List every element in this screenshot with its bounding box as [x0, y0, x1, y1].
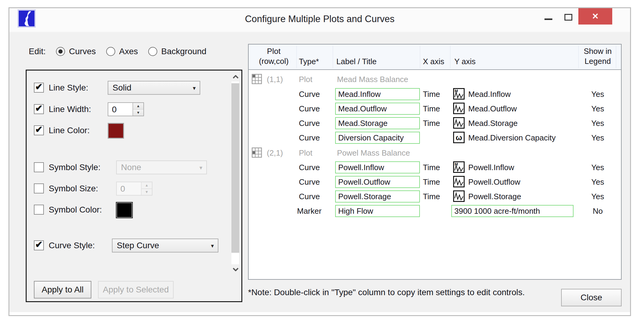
curve-label-field[interactable]: Powell.Outflow	[335, 176, 420, 188]
apply-to-selected-label: Apply to Selected	[103, 285, 169, 295]
legend-cell[interactable]: Yes	[581, 189, 615, 204]
maximize-button[interactable]	[559, 8, 577, 25]
legend-cell[interactable]: Yes	[581, 101, 615, 116]
symbol-style-combo: None ▼	[116, 160, 207, 174]
symbol-style-checkbox[interactable]	[34, 162, 44, 172]
table-row[interactable]: Curve Diversion Capacity ω Mead.Diversio…	[249, 130, 621, 145]
minimize-button[interactable]	[539, 8, 557, 25]
table-row[interactable]: Curve Mead.Storage Time Mead.Storage Yes	[249, 116, 621, 130]
curve-label-field[interactable]: Powell.Storage	[335, 190, 420, 203]
radio-curves-label[interactable]: Curves	[69, 47, 96, 56]
line-style-row: Line Style: Solid ▼	[34, 80, 221, 96]
table-row[interactable]: Marker High Flow 3900 1000 acre-ft/month…	[249, 204, 621, 218]
table-row[interactable]: Curve Mead.Outflow Time Mead.Outflow Yes	[249, 101, 621, 116]
close-button[interactable]: Close	[561, 289, 622, 306]
line-style-checkbox[interactable]	[34, 83, 44, 93]
curve-label-field[interactable]: Mead.Inflow	[335, 88, 420, 100]
curve-style-checkbox[interactable]	[34, 240, 44, 250]
row-type-cell[interactable]: Curve	[299, 189, 320, 204]
row-type-cell[interactable]: Curve	[299, 116, 320, 130]
apply-to-all-label: Apply to All	[42, 285, 84, 295]
row-type-cell[interactable]: Curve	[299, 130, 320, 145]
line-style-combo[interactable]: Solid ▼	[108, 81, 200, 95]
row-type-cell[interactable]: Curve	[299, 160, 320, 175]
line-width-spinner[interactable]: 0 ▲ ▼	[108, 102, 144, 116]
plot-title: Powel Mass Balance	[337, 146, 410, 160]
row-type-cell[interactable]: Curve	[299, 101, 320, 116]
minimize-icon	[544, 18, 552, 20]
curve-label-field[interactable]: Powell.Inflow	[335, 161, 420, 173]
symbol-color-swatch[interactable]	[116, 202, 132, 218]
line-color-checkbox[interactable]	[34, 125, 44, 135]
chevron-down-icon: ▼	[192, 86, 197, 91]
curve-label-field[interactable]: Mead.Outflow	[335, 103, 420, 115]
x-axis-cell: Time	[423, 175, 440, 189]
series-slot-icon	[453, 176, 465, 187]
y-axis-cell: Powell.Outflow	[468, 175, 520, 189]
radio-curves[interactable]: Curves	[56, 47, 96, 56]
table-row[interactable]: (2,1) Plot Powel Mass Balance	[249, 146, 621, 160]
legend-cell[interactable]: Yes	[581, 175, 615, 189]
curve-label-field[interactable]: Mead.Storage	[335, 117, 420, 129]
line-width-checkbox[interactable]	[34, 104, 44, 114]
table-row[interactable]: (1,1) Plot Mead Mass Balance	[249, 72, 621, 87]
edit-label: Edit:	[29, 47, 46, 56]
table-row[interactable]: Curve Powell.Outflow Time Powell.Outflow…	[249, 175, 621, 189]
apply-to-all-button[interactable]: Apply to All	[34, 281, 91, 298]
legend-cell[interactable]: Yes	[581, 130, 615, 145]
row-type-cell[interactable]: Marker	[297, 204, 322, 218]
apply-to-selected-button: Apply to Selected	[98, 281, 174, 298]
screenshot-root: Configure Multiple Plots and Curves ✕ Ed…	[0, 0, 644, 333]
radio-axes-label[interactable]: Axes	[119, 47, 138, 56]
table-row[interactable]: Curve Powell.Inflow Time M Powell.Inflow…	[249, 160, 621, 175]
symbol-size-row: Symbol Size: 0 ▲ ▼	[34, 180, 221, 197]
table-row[interactable]: Curve Mead.Inflow Time M Mead.Inflow Yes	[249, 87, 621, 101]
marker-label-field[interactable]: High Flow	[335, 205, 420, 217]
spin-up-icon[interactable]: ▲	[133, 103, 143, 110]
legend-cell[interactable]: No	[581, 204, 615, 218]
line-color-swatch[interactable]	[108, 123, 124, 139]
symbol-size-checkbox[interactable]	[34, 183, 44, 193]
scroll-down-icon[interactable]	[231, 265, 240, 273]
scroll-up-icon[interactable]	[231, 73, 240, 81]
series-slot-icon	[453, 190, 465, 202]
legend-cell[interactable]: Yes	[581, 87, 615, 101]
curve-style-label: Curve Style:	[49, 237, 95, 254]
spin-up-icon: ▲	[142, 182, 152, 189]
curve-label-field[interactable]: Diversion Capacity	[335, 132, 420, 144]
line-color-row: Line Color:	[34, 122, 221, 139]
panel-scrollbar[interactable]	[231, 73, 240, 273]
series-slot-icon	[453, 103, 465, 114]
radio-curves-circle[interactable]	[56, 47, 65, 56]
curve-style-combo[interactable]: Step Curve ▼	[112, 239, 218, 252]
line-width-label: Line Width:	[49, 101, 91, 117]
type-column-note: *Note: Double-click in "Type" column to …	[248, 288, 525, 297]
dialog-body: Edit: Curves Axes Background L	[9, 33, 630, 312]
row-type-cell[interactable]: Plot	[299, 72, 312, 87]
legend-cell[interactable]: Yes	[581, 116, 615, 130]
title-bar[interactable]: Configure Multiple Plots and Curves ✕	[9, 8, 630, 32]
multi-slot-icon: M	[453, 88, 465, 100]
radio-background-circle[interactable]	[148, 47, 157, 56]
spin-down-icon[interactable]: ▼	[133, 110, 143, 116]
row-type-cell[interactable]: Curve	[299, 87, 320, 101]
row-type-cell[interactable]: Curve	[299, 175, 320, 189]
row-type-cell[interactable]: Plot	[299, 146, 312, 160]
radio-axes-circle[interactable]	[106, 47, 115, 56]
scrollbar-thumb[interactable]	[231, 83, 239, 253]
legend-cell[interactable]: Yes	[581, 160, 615, 175]
radio-background[interactable]: Background	[148, 47, 206, 56]
window-title: Configure Multiple Plots and Curves	[9, 14, 630, 25]
radio-axes[interactable]: Axes	[106, 47, 138, 56]
radio-background-label[interactable]: Background	[161, 47, 206, 56]
x-axis-cell: Time	[423, 87, 440, 101]
curve-settings-panel: Line Style: Solid ▼ Line Width: 0 ▲ ▼	[26, 70, 242, 302]
symbol-color-checkbox[interactable]	[34, 205, 44, 215]
symbol-color-row: Symbol Color:	[34, 202, 221, 218]
close-window-button[interactable]: ✕	[578, 8, 612, 25]
marker-value-field[interactable]: 3900 1000 acre-ft/month	[451, 205, 574, 217]
plot-grid-icon	[252, 74, 262, 84]
series-slot-icon	[453, 117, 465, 129]
table-row[interactable]: Curve Powell.Storage Time Powell.Storage…	[249, 189, 621, 204]
close-icon: ✕	[592, 12, 599, 21]
